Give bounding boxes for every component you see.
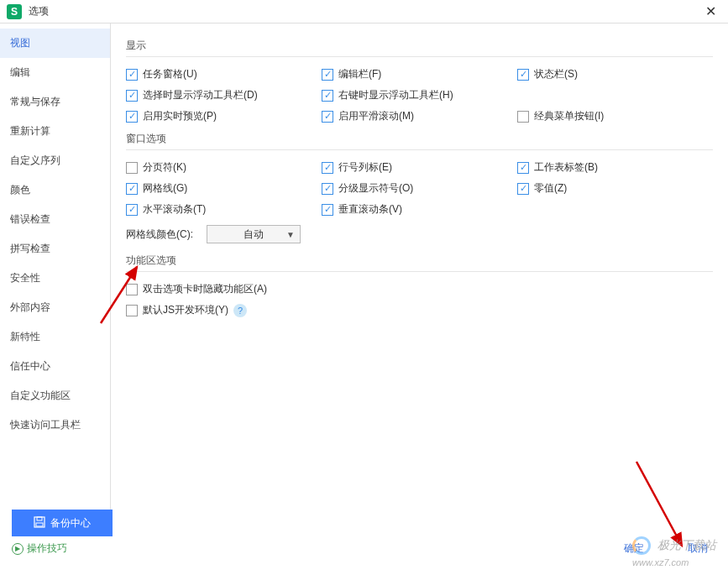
checkbox[interactable]: ✓ xyxy=(517,162,529,174)
checkbox-label: 行号列标(E) xyxy=(338,160,392,175)
checkbox[interactable]: ✓ xyxy=(322,162,333,174)
checkbox[interactable]: ✓ xyxy=(322,111,333,123)
checkbox-label: 工作表标签(B) xyxy=(534,160,598,175)
help-icon[interactable]: ? xyxy=(233,304,247,317)
sidebar-item[interactable]: 重新计算 xyxy=(0,117,110,146)
checkbox-label: 水平滚动条(T) xyxy=(143,202,206,217)
app-icon: S xyxy=(7,4,22,19)
checkbox-label: 零值(Z) xyxy=(534,181,567,196)
sidebar-item[interactable]: 外部内容 xyxy=(0,293,110,322)
sidebar-item[interactable]: 自定义序列 xyxy=(0,146,110,175)
checkbox-label: 编辑栏(F) xyxy=(338,67,381,81)
sidebar-item[interactable]: 拼写检查 xyxy=(0,234,110,264)
sidebar-item[interactable]: 颜色 xyxy=(0,175,110,205)
footer: 备份中心 ▶ 操作技巧 确定 取消 xyxy=(0,516,728,563)
checkbox[interactable]: ✓ xyxy=(322,69,333,81)
checkbox-label: 选择时显示浮动工具栏(D) xyxy=(143,88,258,102)
sidebar: 视图编辑常规与保存重新计算自定义序列颜色错误检查拼写检查安全性外部内容新特性信任… xyxy=(0,24,111,527)
backup-center-button[interactable]: 备份中心 xyxy=(12,510,113,536)
tips-link[interactable]: ▶ 操作技巧 xyxy=(12,541,67,556)
section-ribbon-label: 功能区选项 xyxy=(126,248,713,271)
sidebar-item[interactable]: 错误检查 xyxy=(0,205,110,234)
checkbox-label: 默认JS开发环境(Y) xyxy=(143,303,228,317)
window-title: 选项 xyxy=(29,4,49,18)
close-icon[interactable]: ✕ xyxy=(700,3,721,19)
disk-icon xyxy=(34,516,45,531)
checkbox[interactable]: ✓ xyxy=(322,90,333,102)
svg-rect-2 xyxy=(36,523,43,526)
checkbox-label: 分级显示符号(O) xyxy=(338,181,413,196)
grid-color-select[interactable]: 自动 ▼ xyxy=(207,225,301,243)
cancel-button[interactable]: 取消 xyxy=(679,538,716,559)
sidebar-item[interactable]: 新特性 xyxy=(0,322,110,352)
checkbox[interactable]: ✓ xyxy=(517,183,529,195)
grid-color-label: 网格线颜色(C): xyxy=(126,227,207,242)
sidebar-item[interactable]: 自定义功能区 xyxy=(0,381,110,410)
title-bar: S 选项 ✕ xyxy=(0,0,728,24)
tips-label: 操作技巧 xyxy=(27,541,67,556)
checkbox[interactable]: ✓ xyxy=(322,204,333,216)
sidebar-item[interactable]: 视图 xyxy=(0,29,110,58)
sidebar-item[interactable]: 信任中心 xyxy=(0,352,110,381)
checkbox[interactable]: ✓ xyxy=(126,183,138,195)
checkbox[interactable]: ✓ xyxy=(126,204,138,216)
checkbox[interactable]: ✓ xyxy=(126,69,138,81)
checkbox-label: 状态栏(S) xyxy=(534,67,578,81)
play-icon: ▶ xyxy=(12,543,24,555)
checkbox[interactable]: ✓ xyxy=(126,111,138,123)
checkbox-label: 任务窗格(U) xyxy=(143,67,197,81)
sidebar-item[interactable]: 常规与保存 xyxy=(0,87,110,117)
checkbox[interactable]: ✓ xyxy=(126,305,138,316)
checkbox-label: 双击选项卡时隐藏功能区(A) xyxy=(143,282,267,296)
checkbox-label: 右键时显示浮动工具栏(H) xyxy=(338,88,453,102)
section-window-label: 窗口选项 xyxy=(126,127,713,149)
content-pane: 显示 ✓任务窗格(U)✓编辑栏(F)✓状态栏(S)✓选择时显示浮动工具栏(D)✓… xyxy=(111,24,728,527)
checkbox[interactable]: ✓ xyxy=(517,111,529,123)
ok-button[interactable]: 确定 xyxy=(615,538,652,559)
backup-label: 备份中心 xyxy=(50,516,91,531)
checkbox[interactable]: ✓ xyxy=(517,69,529,81)
chevron-down-icon: ▼ xyxy=(286,230,295,239)
checkbox[interactable]: ✓ xyxy=(322,183,333,195)
checkbox[interactable]: ✓ xyxy=(126,284,138,295)
checkbox-label: 网格线(G) xyxy=(143,181,187,196)
checkbox-label: 启用实时预览(P) xyxy=(143,109,217,123)
sidebar-item[interactable]: 编辑 xyxy=(0,58,110,87)
checkbox[interactable]: ✓ xyxy=(126,90,138,102)
checkbox-label: 垂直滚动条(V) xyxy=(338,202,402,217)
checkbox-label: 分页符(K) xyxy=(143,160,186,175)
checkbox[interactable]: ✓ xyxy=(126,162,138,174)
grid-color-value: 自动 xyxy=(244,227,264,242)
sidebar-item[interactable]: 快速访问工具栏 xyxy=(0,410,110,440)
section-display-label: 显示 xyxy=(126,34,713,56)
sidebar-item[interactable]: 安全性 xyxy=(0,264,110,293)
checkbox-label: 经典菜单按钮(I) xyxy=(534,109,604,123)
checkbox-label: 启用平滑滚动(M) xyxy=(338,109,414,123)
